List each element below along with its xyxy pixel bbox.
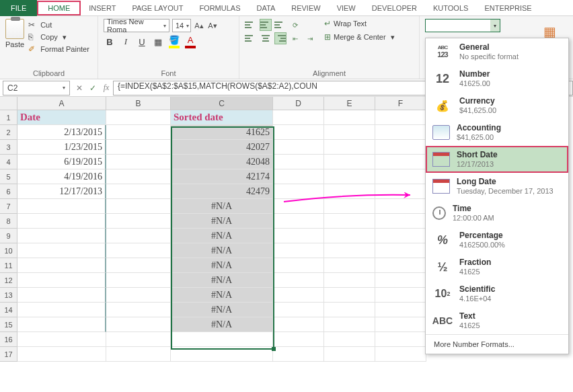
- cell-C5[interactable]: 42174: [171, 169, 273, 184]
- cell-F13[interactable]: [375, 288, 426, 303]
- cell-D7[interactable]: [273, 199, 324, 214]
- align-middle-button[interactable]: [260, 19, 272, 31]
- bold-button[interactable]: B: [104, 35, 116, 48]
- increase-indent-button[interactable]: ⇥: [304, 32, 316, 44]
- tab-home[interactable]: HOME: [37, 1, 81, 15]
- cell-F16[interactable]: [375, 332, 426, 347]
- cell-E1[interactable]: [324, 110, 375, 125]
- cell-E11[interactable]: [324, 258, 375, 273]
- format-option-fraction[interactable]: ½Fraction41625: [426, 253, 568, 280]
- cell-E9[interactable]: [324, 229, 375, 243]
- paste-icon[interactable]: [5, 19, 24, 39]
- decrease-font-button[interactable]: A▾: [207, 19, 218, 32]
- cell-F4[interactable]: [375, 155, 426, 169]
- cell-A9[interactable]: [17, 229, 106, 243]
- align-right-button[interactable]: [274, 32, 286, 44]
- row-header-15[interactable]: 15: [0, 317, 17, 332]
- cell-D2[interactable]: [273, 125, 324, 140]
- cut-button[interactable]: Cut: [28, 20, 52, 30]
- row-header-17[interactable]: 17: [0, 347, 17, 362]
- cell-B10[interactable]: [106, 243, 171, 258]
- cell-B5[interactable]: [106, 169, 171, 184]
- row-header-2[interactable]: 2: [0, 125, 17, 140]
- cell-D12[interactable]: [273, 273, 324, 288]
- select-all-corner[interactable]: [0, 97, 17, 110]
- cell-E3[interactable]: [324, 140, 375, 155]
- align-left-button[interactable]: [245, 32, 257, 44]
- tab-developer[interactable]: DEVELOPER: [364, 0, 425, 16]
- cell-A3[interactable]: 1/23/2015: [17, 140, 106, 155]
- cell-C13[interactable]: #N/A: [171, 288, 273, 303]
- cell-C3[interactable]: 42027: [171, 140, 273, 155]
- align-top-button[interactable]: [245, 19, 257, 31]
- cell-C14[interactable]: #N/A: [171, 303, 273, 317]
- cell-B2[interactable]: [106, 125, 171, 140]
- cell-B8[interactable]: [106, 214, 171, 229]
- cell-E7[interactable]: [324, 199, 375, 214]
- cell-B14[interactable]: [106, 303, 171, 317]
- row-header-12[interactable]: 12: [0, 273, 17, 288]
- increase-font-button[interactable]: A▴: [194, 19, 204, 32]
- cell-D15[interactable]: [273, 317, 324, 332]
- column-header-C[interactable]: C: [171, 97, 273, 110]
- format-option-scientific[interactable]: 102Scientific4.16E+04: [426, 280, 568, 307]
- cell-F11[interactable]: [375, 258, 426, 273]
- tab-data[interactable]: DATA: [249, 0, 284, 16]
- cell-F9[interactable]: [375, 229, 426, 243]
- cell-C16[interactable]: [171, 332, 273, 347]
- cell-E10[interactable]: [324, 243, 375, 258]
- cell-A2[interactable]: 2/13/2015: [17, 125, 106, 140]
- font-size-combo[interactable]: 14▾: [172, 19, 191, 32]
- cell-A8[interactable]: [17, 214, 106, 229]
- cell-A5[interactable]: 4/19/2016: [17, 169, 106, 184]
- cell-E5[interactable]: [324, 169, 375, 184]
- format-option-text[interactable]: ABCText41625: [426, 307, 568, 334]
- cell-A1[interactable]: Date: [17, 110, 106, 125]
- column-header-D[interactable]: D: [273, 97, 324, 110]
- format-option-currency[interactable]: Currency$41,625.00: [426, 92, 568, 119]
- fx-button[interactable]: fx: [100, 81, 113, 95]
- cell-D8[interactable]: [273, 214, 324, 229]
- cell-A14[interactable]: [17, 303, 106, 317]
- cell-C9[interactable]: #N/A: [171, 229, 273, 243]
- font-color-button[interactable]: A: [184, 35, 196, 48]
- cell-B6[interactable]: [106, 184, 171, 199]
- align-center-button[interactable]: [260, 32, 272, 44]
- cell-E8[interactable]: [324, 214, 375, 229]
- cell-F2[interactable]: [375, 125, 426, 140]
- underline-button[interactable]: U: [136, 35, 148, 48]
- row-header-7[interactable]: 7: [0, 199, 17, 214]
- row-header-5[interactable]: 5: [0, 169, 17, 184]
- cell-A13[interactable]: [17, 288, 106, 303]
- format-option-time[interactable]: Time12:00:00 AM: [426, 200, 568, 227]
- row-header-3[interactable]: 3: [0, 140, 17, 155]
- accept-formula-button[interactable]: [86, 81, 100, 95]
- cell-D17[interactable]: [273, 347, 324, 362]
- cell-A15[interactable]: [17, 317, 106, 332]
- number-format-combo[interactable]: ▾: [425, 19, 500, 32]
- cell-C7[interactable]: #N/A: [171, 199, 273, 214]
- cell-B1[interactable]: [106, 110, 171, 125]
- cell-D6[interactable]: [273, 184, 324, 199]
- cell-F6[interactable]: [375, 184, 426, 199]
- cell-B11[interactable]: [106, 258, 171, 273]
- cell-C10[interactable]: #N/A: [171, 243, 273, 258]
- cell-D4[interactable]: [273, 155, 324, 169]
- tab-view[interactable]: VIEW: [329, 0, 364, 16]
- orientation-button[interactable]: ⟳: [289, 19, 301, 31]
- cell-B16[interactable]: [106, 332, 171, 347]
- cell-C8[interactable]: #N/A: [171, 214, 273, 229]
- cell-C6[interactable]: 42479: [171, 184, 273, 199]
- row-header-4[interactable]: 4: [0, 155, 17, 169]
- format-option-number[interactable]: 12Number41625.00: [426, 65, 568, 92]
- cell-A12[interactable]: [17, 273, 106, 288]
- cell-D10[interactable]: [273, 243, 324, 258]
- cell-F7[interactable]: [375, 199, 426, 214]
- cell-A7[interactable]: [17, 199, 106, 214]
- row-header-1[interactable]: 1: [0, 110, 17, 125]
- cell-C11[interactable]: #N/A: [171, 258, 273, 273]
- cell-A6[interactable]: 12/17/2013: [17, 184, 106, 199]
- column-header-B[interactable]: B: [106, 97, 171, 110]
- format-option-shortdate[interactable]: Short Date12/17/2013: [426, 146, 568, 173]
- cell-E13[interactable]: [324, 288, 375, 303]
